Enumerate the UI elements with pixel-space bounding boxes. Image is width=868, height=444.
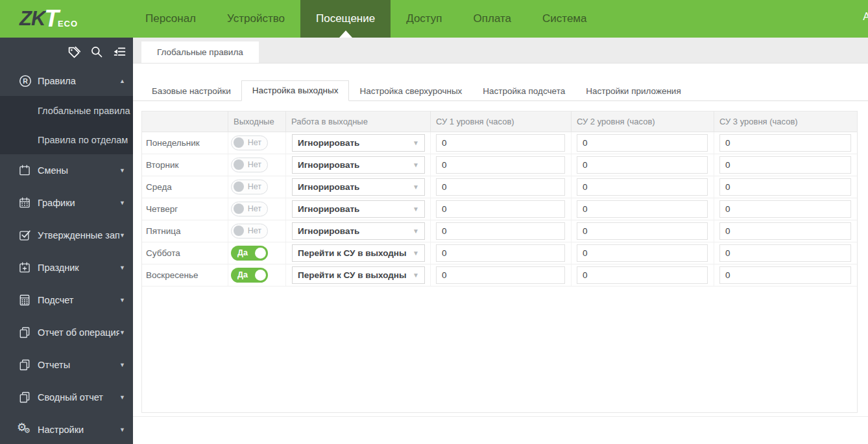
weekend-work-mode-select[interactable]: Игнорировать ▼	[292, 134, 425, 152]
nav-item[interactable]: Система	[527, 0, 602, 38]
weekend-toggle[interactable]: Нет	[231, 180, 268, 194]
sidebar-section[interactable]: Праздник ▼	[0, 251, 133, 284]
collapse-menu-icon[interactable]	[112, 45, 127, 59]
sidebar-section[interactable]: Утвержденные зап... ▼	[0, 219, 133, 251]
toggle-knob	[234, 204, 244, 214]
sub-tab[interactable]: Настройка сверхурочных	[349, 82, 472, 101]
weekend-toggle[interactable]: Да	[231, 268, 268, 283]
table-row: Среда Нет Игнорировать ▼	[142, 176, 857, 198]
weekend-work-mode-select[interactable]: Игнорировать ▼	[292, 156, 425, 174]
sub-tab[interactable]: Настройка выходных	[241, 80, 350, 101]
su1-hours-input[interactable]	[436, 222, 565, 240]
chevron-icon: ▲	[119, 78, 125, 84]
sidebar-section[interactable]: Сводный отчет ▼	[0, 381, 133, 414]
sub-tab[interactable]: Настройка подсчета	[472, 82, 575, 101]
sidebar-section[interactable]: R Правила ▲	[0, 66, 133, 96]
caret-down-icon: ▼	[413, 250, 419, 257]
su3-hours-input[interactable]	[719, 134, 851, 152]
user-menu-partial[interactable]: A	[863, 11, 868, 23]
zkteco-logo: ZKTECO	[0, 0, 130, 38]
select-value: Перейти к СУ в выходны	[298, 248, 407, 258]
su2-hours-input[interactable]	[577, 178, 708, 196]
sidebar-subitem[interactable]: Глобальные правила	[0, 96, 133, 125]
toggle-label: Нет	[248, 182, 261, 191]
toggle-label: Нет	[248, 160, 261, 169]
su2-hours-input[interactable]	[577, 266, 708, 284]
svg-text:R: R	[23, 77, 28, 85]
sidebar-section[interactable]: Отчеты ▼	[0, 349, 133, 381]
sidebar-section[interactable]: Подсчет ▼	[0, 284, 133, 316]
su1-hours-input[interactable]	[436, 178, 565, 196]
nav-item[interactable]: Персонал	[130, 0, 211, 38]
su3-hours-input[interactable]	[719, 222, 851, 240]
su1-hours-input[interactable]	[436, 156, 565, 174]
tag-icon[interactable]	[67, 45, 81, 59]
nav-item[interactable]: Посещение	[300, 0, 391, 38]
su1-hours-input[interactable]	[436, 200, 565, 218]
weekend-work-mode-select[interactable]: Игнорировать ▼	[292, 222, 425, 240]
su1-hours-input[interactable]	[436, 134, 565, 152]
caret-down-icon: ▼	[413, 272, 419, 279]
table-row: Суббота Да Перейти к СУ в выходны ▼	[142, 242, 857, 264]
weekend-toggle[interactable]: Нет	[231, 135, 268, 150]
su3-hours-input[interactable]	[719, 178, 851, 196]
sub-tab[interactable]: Настройки приложения	[575, 82, 692, 101]
report-icon	[18, 358, 38, 371]
day-label: Пятница	[142, 220, 228, 242]
weekend-toggle[interactable]: Нет	[231, 158, 268, 172]
nav-item[interactable]: Устройство	[211, 0, 300, 38]
nav-item[interactable]: Доступ	[391, 0, 457, 38]
weekend-settings-panel: ВыходныеРабота в выходныеСУ 1 уровня (ча…	[141, 111, 858, 413]
table-header-row: ВыходныеРабота в выходныеСУ 1 уровня (ча…	[142, 111, 857, 132]
table-row: Понедельник Нет Игнорировать ▼	[142, 132, 857, 154]
table-row: Четверг Нет Игнорировать ▼	[142, 198, 857, 220]
sidebar-submenu: Глобальные правилаПравила по отделам	[0, 96, 133, 154]
search-icon[interactable]	[90, 45, 104, 59]
table-row: Пятница Нет Игнорировать ▼	[142, 220, 857, 242]
sidebar-section[interactable]: Отчет об операциях ▼	[0, 316, 133, 349]
sidebar-section-label: Смены	[38, 165, 119, 176]
select-value: Игнорировать	[298, 226, 359, 236]
su1-hours-input[interactable]	[436, 244, 565, 262]
sidebar-section[interactable]: ⚙⚙ Настройки ▼	[0, 414, 133, 444]
sidebar-subitem[interactable]: Правила по отделам	[0, 125, 133, 154]
day-label: Суббота	[142, 242, 228, 264]
caret-down-icon: ▼	[413, 183, 419, 191]
sub-tab[interactable]: Базовые настройки	[141, 82, 241, 101]
select-value: Перейти к СУ в выходны	[298, 270, 407, 280]
weekend-work-mode-select[interactable]: Перейти к СУ в выходны ▼	[292, 266, 425, 284]
caret-down-icon: ▼	[413, 139, 419, 146]
nav-item[interactable]: Оплата	[458, 0, 527, 38]
su3-hours-input[interactable]	[719, 156, 851, 174]
su2-hours-input[interactable]	[577, 156, 708, 174]
weekend-work-mode-select[interactable]: Игнорировать ▼	[292, 178, 425, 196]
su2-hours-input[interactable]	[577, 200, 708, 218]
toggle-label: Нет	[248, 138, 261, 147]
su2-hours-input[interactable]	[577, 134, 708, 152]
su2-hours-input[interactable]	[577, 244, 708, 262]
day-label: Вторник	[142, 154, 228, 176]
sidebar-section-label: Отчет об операциях	[38, 327, 119, 338]
report-icon	[18, 326, 38, 339]
su2-hours-input[interactable]	[577, 222, 708, 240]
weekend-toggle[interactable]: Нет	[231, 202, 268, 216]
su3-hours-input[interactable]	[719, 200, 851, 218]
sidebar-section[interactable]: Смены ▼	[0, 154, 133, 187]
select-value: Игнорировать	[298, 138, 359, 148]
su3-hours-input[interactable]	[719, 244, 851, 262]
su1-hours-input[interactable]	[436, 266, 565, 284]
toggle-knob	[234, 181, 244, 192]
sidebar-toolbar	[0, 38, 133, 66]
logo-text-t: T	[44, 5, 59, 32]
caret-down-icon: ▼	[413, 205, 419, 213]
su3-hours-input[interactable]	[719, 266, 851, 284]
window-tab[interactable]: Глобальные правила	[141, 41, 259, 63]
weekend-toggle[interactable]: Нет	[231, 224, 268, 239]
sidebar-section[interactable]: Графики ▼	[0, 187, 133, 219]
weekend-work-mode-select[interactable]: Игнорировать ▼	[292, 200, 425, 218]
chevron-icon: ▼	[119, 200, 125, 206]
day-label: Воскресенье	[142, 264, 228, 286]
weekend-work-mode-select[interactable]: Перейти к СУ в выходны ▼	[292, 244, 425, 262]
toggle-label: Да	[237, 270, 248, 279]
weekend-toggle[interactable]: Да	[231, 246, 268, 261]
